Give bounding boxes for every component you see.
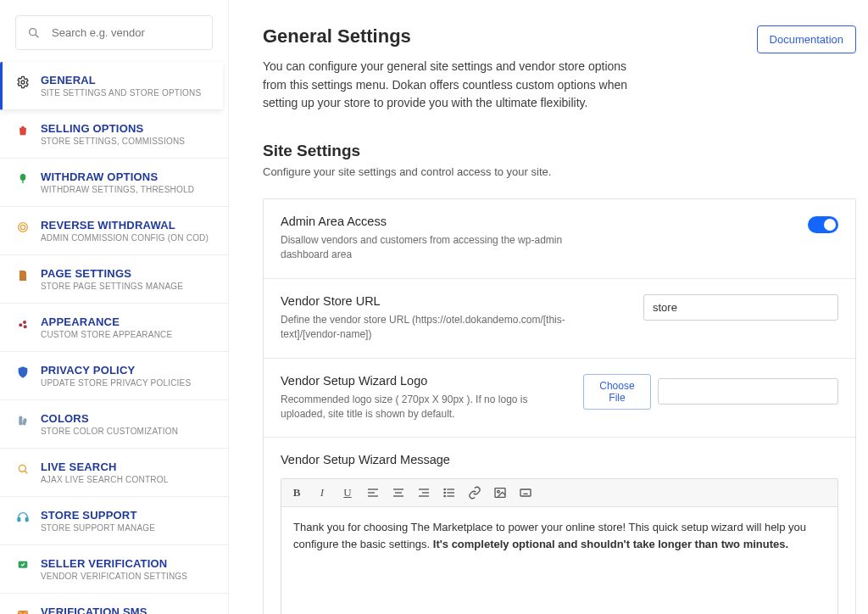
choose-file-button[interactable]: Choose File [583,374,652,410]
svg-point-7 [23,321,26,324]
sidebar-item-general[interactable]: GENERALSITE SETTINGS AND STORE OPTIONS [0,62,223,110]
swatch-icon [15,413,31,428]
page-icon [15,268,31,283]
align-center-icon[interactable] [390,484,407,501]
sidebar-item-title: WITHDRAW OPTIONS [41,170,194,183]
image-icon[interactable] [492,484,509,501]
page-title: General Settings [263,25,636,47]
sidebar-item-subtitle: AJAX LIVE SEARCH CONTROL [41,475,168,484]
sidebar-item-title: APPEARANCE [41,315,172,328]
sidebar-item-live-search[interactable]: LIVE SEARCHAJAX LIVE SEARCH CONTROL [0,449,228,497]
sidebar-item-withdraw-options[interactable]: WITHDRAW OPTIONSWITHDRAW SETTINGS, THRES… [0,159,228,207]
sidebar-item-appearance[interactable]: APPEARANCECUSTOM STORE APPEARANCE [0,304,228,352]
settings-sidebar: GENERALSITE SETTINGS AND STORE OPTIONSSE… [0,0,229,614]
admin-access-label: Admin Area Access [281,215,586,228]
sidebar-item-store-support[interactable]: STORE SUPPORTSTORE SUPPORT MANAGE [0,497,228,545]
svg-point-4 [19,223,28,232]
wizard-logo-help: Recommended logo size ( 270px X 90px ). … [281,393,566,422]
list-icon[interactable] [441,484,458,501]
sidebar-search-input[interactable] [52,26,202,39]
store-url-label: Vendor Store URL [281,294,586,308]
align-left-icon[interactable] [364,484,381,501]
editor-toolbar: B I U [281,479,837,507]
documentation-button[interactable]: Documentation [757,25,856,53]
shield-icon [15,365,31,380]
settings-panel: Admin Area Access Disallow vendors and c… [263,198,856,614]
sidebar-item-subtitle: CUSTOM STORE APPEARANCE [41,330,172,339]
bold-icon[interactable]: B [288,484,305,501]
sidebar-search[interactable] [15,15,213,50]
row-vendor-store-url: Vendor Store URL Define the vendor store… [264,279,855,359]
svg-point-33 [498,491,500,494]
coin-icon [15,220,31,235]
svg-point-31 [444,496,445,497]
sidebar-item-title: PAGE SETTINGS [41,267,183,280]
svg-rect-34 [520,489,531,496]
sidebar-item-subtitle: VENDOR VERIFICATION SETTINGS [41,572,187,581]
admin-access-toggle[interactable] [808,216,838,233]
svg-rect-14 [25,518,28,522]
sidebar-item-title: LIVE SEARCH [41,460,168,473]
sidebar-item-title: SELLER VERIFICATION [41,557,187,570]
sidebar-item-colors[interactable]: COLORSSTORE COLOR CUSTOMIZATION [0,400,228,449]
italic-icon[interactable]: I [314,484,331,501]
sidebar-item-title: VERIFICATION SMS GATEWAYS [41,606,213,614]
editor-body[interactable]: Thank you for choosing The Marketplace t… [281,507,837,614]
rich-text-editor: B I U Thank you for choosing The Marketp… [281,478,838,614]
palette-icon [15,316,31,332]
store-url-help: Define the vendor store URL (https://ote… [281,313,586,343]
search-icon [26,25,42,41]
sidebar-item-subtitle: UPDATE STORE PRIVACY POLICIES [41,378,191,388]
sidebar-item-title: REVERSE WITHDRAWAL [41,219,209,232]
balloon-icon [15,171,31,187]
wizard-msg-bold: It's completely optional and shouldn't t… [433,538,788,550]
sidebar-item-subtitle: STORE SUPPORT MANAGE [41,523,155,533]
sidebar-item-reverse-withdrawal[interactable]: REVERSE WITHDRAWALADMIN COMMISSION CONFI… [0,207,228,255]
gear-icon [15,75,31,90]
sidebar-item-subtitle: ADMIN COMMISSION CONFIG (ON COD) [41,233,209,243]
svg-line-1 [36,35,38,37]
sidebar-item-title: COLORS [41,412,178,425]
sidebar-item-subtitle: STORE COLOR CUSTOMIZATION [41,427,178,436]
sidebar-item-subtitle: STORE PAGE SETTINGS MANAGE [41,282,183,291]
section-title: Site Settings [263,142,856,160]
underline-icon[interactable]: U [339,484,356,501]
svg-rect-10 [22,418,27,426]
sidebar-item-subtitle: WITHDRAW SETTINGS, THRESHOLD [41,185,194,194]
sidebar-item-subtitle: STORE SETTINGS, COMMISSIONS [41,137,185,146]
check-badge-icon [15,558,31,573]
wizard-logo-label: Vendor Setup Wizard Logo [281,374,566,388]
sidebar-item-subtitle: SITE SETTINGS AND STORE OPTIONS [41,88,201,98]
main-content: General Settings You can configure your … [229,0,868,614]
sidebar-item-privacy-policy[interactable]: PRIVACY POLICYUPDATE STORE PRIVACY POLIC… [0,352,228,400]
envelope-icon [15,606,31,614]
sidebar-item-title: GENERAL [41,74,201,87]
sidebar-item-selling-options[interactable]: SELLING OPTIONSSTORE SETTINGS, COMMISSIO… [0,110,228,159]
admin-access-help: Disallow vendors and customers from acce… [281,233,586,263]
row-admin-area-access: Admin Area Access Disallow vendors and c… [264,199,855,279]
wizard-msg-label: Vendor Setup Wizard Message [281,453,838,466]
svg-point-3 [20,174,26,181]
sidebar-item-title: STORE SUPPORT [41,509,155,522]
sidebar-item-verification-sms-gateways[interactable]: VERIFICATION SMS GATEWAYSSMS GATEWAY VER… [0,594,228,614]
svg-point-0 [30,29,36,36]
sidebar-item-seller-verification[interactable]: SELLER VERIFICATIONVENDOR VERIFICATION S… [0,545,228,594]
svg-rect-9 [19,416,22,426]
svg-rect-13 [18,518,20,522]
row-wizard-message: Vendor Setup Wizard Message B I U [264,438,855,614]
sidebar-item-title: PRIVACY POLICY [41,364,191,377]
row-wizard-logo: Vendor Setup Wizard Logo Recommended log… [264,359,855,438]
keyboard-icon[interactable] [517,484,534,501]
sidebar-item-page-settings[interactable]: PAGE SETTINGSSTORE PAGE SETTINGS MANAGE [0,255,228,304]
svg-line-12 [25,471,27,473]
align-right-icon[interactable] [415,484,432,501]
link-icon[interactable] [466,484,483,501]
svg-point-6 [19,323,22,327]
headset-icon [15,510,31,525]
svg-point-30 [444,493,445,494]
page-description: You can configure your general site sett… [263,58,636,113]
wizard-logo-input[interactable] [658,378,838,405]
svg-point-5 [20,225,25,229]
sidebar-item-title: SELLING OPTIONS [41,122,185,135]
store-url-input[interactable] [643,294,838,321]
